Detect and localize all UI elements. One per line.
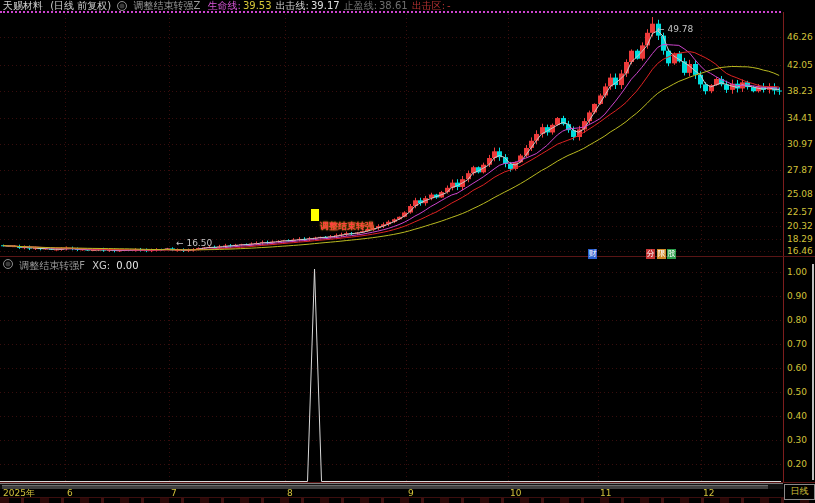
price-chart-canvas[interactable] [0,12,783,255]
signal-vertical-scrollbar[interactable] [812,264,814,480]
price-tick-6: 25.08 [787,189,813,199]
field-label-1: 出击线: [276,0,309,11]
period-label: (日线 前复权) [50,0,111,11]
price-tick-9: 18.29 [787,234,813,244]
field-value-1: 39.17 [311,0,340,11]
event-badge-0[interactable]: 财 [588,249,597,259]
price-tick-10: 16.46 [787,246,813,256]
signal-tick-4: 0.60 [787,363,807,373]
signal-tick-1: 0.90 [787,291,807,301]
xg-label: XG: [92,260,110,271]
gear-icon-sub[interactable] [3,259,13,269]
signal-marker [311,209,319,221]
gear-icon[interactable] [117,1,127,11]
signal-tick-8: 0.20 [787,459,807,469]
price-tick-2: 38.23 [787,86,813,96]
price-axis-border [783,12,784,482]
price-tick-7: 22.57 [787,207,813,217]
signal-tick-6: 0.40 [787,411,807,421]
price-tick-0: 46.26 [787,32,813,42]
field-label-3: 出击区: [412,0,445,11]
price-tick-5: 27.87 [787,165,813,175]
chart-window: 天赐材料 (日线 前复权) 调整结束转强Z 生命线:39.53出击线:39.17… [0,0,815,503]
clipped-status-strip [0,498,815,503]
field-label-0: 生命线: [208,0,241,11]
event-badge-3[interactable]: 股 [667,249,676,259]
field-value-2: 38.61 [379,0,408,11]
sub-indicator-name: 调整结束转强F [19,260,85,271]
signal-tick-7: 0.30 [787,435,807,445]
price-tick-3: 34.41 [787,113,813,123]
low-price-label: ← 16.50 [176,238,212,248]
price-tick-4: 30.97 [787,139,813,149]
indicator-values: 生命线:39.53出击线:39.17止盈线:38.61出击区:- [204,0,451,11]
header-bar: 天赐材料 (日线 前复权) 调整结束转强Z 生命线:39.53出击线:39.17… [3,0,451,12]
high-price-label: ← 49.78 [657,24,693,34]
signal-tick-2: 0.80 [787,315,807,325]
price-tick-8: 20.32 [787,221,813,231]
signal-tick-0: 1.00 [787,267,807,277]
signal-tick-5: 0.50 [787,387,807,397]
signal-tick-3: 0.70 [787,339,807,349]
xg-value: 0.00 [116,260,138,271]
period-selector[interactable]: 日线 [784,484,815,500]
signal-chart-canvas[interactable] [0,262,783,483]
event-badge-1[interactable]: 分 [646,249,655,259]
field-value-3: - [447,0,451,11]
main-indicator-name: 调整结束转强Z [134,0,201,11]
field-label-2: 止盈线: [344,0,377,11]
sub-header-bar: 调整结束转强F XG: 0.00 [3,258,139,270]
signal-annotation: 调整结束转强 [320,221,374,231]
field-value-0: 39.53 [243,0,272,11]
event-badge-2[interactable]: 限 [657,249,666,259]
stock-title: 天赐材料 [3,0,43,11]
price-tick-1: 42.05 [787,60,813,70]
panel-divider [0,256,815,257]
